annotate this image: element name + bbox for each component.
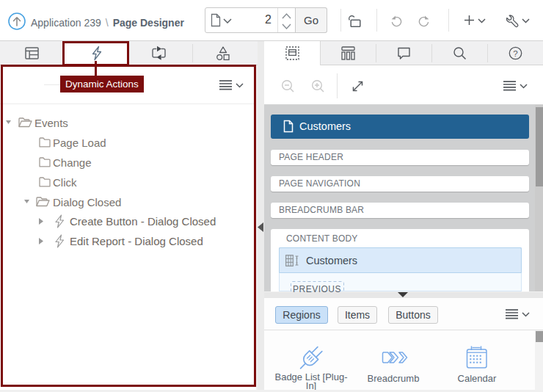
svg-text:?: ? [513,49,517,58]
